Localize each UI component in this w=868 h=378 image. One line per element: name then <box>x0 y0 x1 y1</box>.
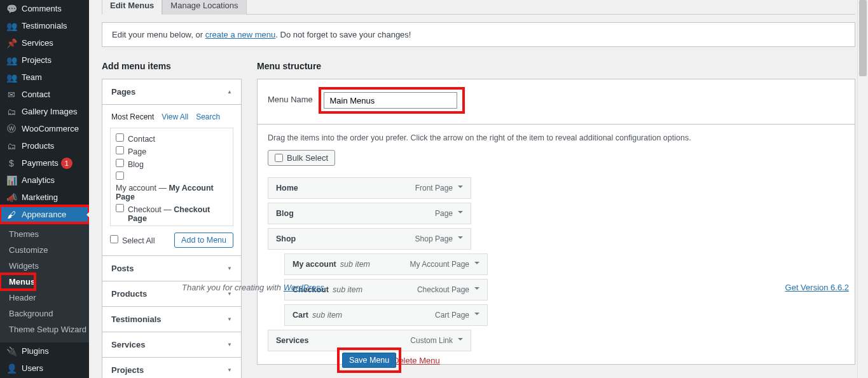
chevron-down-icon[interactable] <box>458 236 463 241</box>
sidebar-subitem-menus[interactable]: Menus <box>0 274 35 290</box>
scrollbar-thumb[interactable] <box>859 0 867 76</box>
page-checkbox[interactable] <box>116 133 124 142</box>
sidebar-item-comments[interactable]: 💬Comments <box>0 0 89 17</box>
sidebar-item-payments[interactable]: $Payments1 <box>0 154 89 172</box>
metabox-title: Products <box>111 289 147 299</box>
tab-edit-menus[interactable]: Edit Menus <box>102 0 162 15</box>
menu-name-input[interactable] <box>324 92 457 109</box>
pages-tab-recent[interactable]: Most Recent <box>111 112 154 121</box>
sidebar-subitem-header[interactable]: Header <box>0 290 89 306</box>
sidebar-item-projects[interactable]: 👥Projects <box>0 51 89 69</box>
sidebar-subitem-theme-setup-wizard[interactable]: Theme Setup Wizard <box>0 321 89 337</box>
page-label: Blog <box>128 160 144 169</box>
select-all-checkbox[interactable] <box>110 235 118 243</box>
add-to-menu-button[interactable]: Add to Menu <box>174 233 233 248</box>
page-row[interactable]: Page <box>116 145 228 158</box>
bulk-select-row[interactable]: Bulk Select <box>268 150 335 166</box>
menu-structure-body: Drag the items into the order you prefer… <box>258 124 855 364</box>
payments-icon: $ <box>5 158 18 168</box>
save-menu-button[interactable]: Save Menu <box>342 353 396 368</box>
footer-wordpress-link[interactable]: WordPress <box>284 283 324 292</box>
tab-manage-locations[interactable]: Manage Locations <box>162 0 246 15</box>
footer-thanks: Thank you for creating with WordPress. <box>182 283 327 292</box>
main-scrollbar[interactable] <box>857 0 868 378</box>
menu-item[interactable]: My account sub itemMy Account Page <box>284 253 488 275</box>
bulk-select-checkbox[interactable] <box>275 154 283 162</box>
menu-item-right: Cart Page <box>435 311 479 320</box>
testimonials-metabox-header[interactable]: Testimonials▼ <box>102 307 241 332</box>
chevron-down-icon[interactable] <box>458 211 463 216</box>
version-link[interactable]: Get Version 6.6.2 <box>785 283 849 292</box>
projects-metabox-header[interactable]: Projects▼ <box>102 358 241 378</box>
page-label: My account — My Account Page <box>116 184 228 201</box>
page-row[interactable]: My account — My Account Page <box>116 170 228 203</box>
menu-item[interactable]: Cart sub itemCart Page <box>284 304 488 326</box>
menu-item-title: My account <box>293 260 336 269</box>
sidebar-item-contact[interactable]: ✉Contact <box>0 86 89 103</box>
menu-item-left: My account sub item <box>293 260 370 269</box>
sidebar-subitem-customize[interactable]: Customize <box>0 242 89 258</box>
menu-item[interactable]: ShopShop Page <box>268 228 471 250</box>
pages-tab-all[interactable]: View All <box>162 112 188 121</box>
menu-item[interactable]: HomeFront Page <box>268 177 471 199</box>
sidebar-item-users[interactable]: 👤Users <box>0 360 89 377</box>
woocommerce-icon: ⓦ <box>5 123 18 135</box>
menu-item-type: Checkout Page <box>417 285 469 294</box>
sidebar-item-gallery-images[interactable]: 🗂Gallery Images <box>0 103 89 120</box>
sidebar-item-testimonials[interactable]: 👥Testimonials <box>0 17 89 34</box>
page-row[interactable]: Contact <box>116 132 228 145</box>
chevron-down-icon[interactable] <box>474 262 479 267</box>
sidebar-item-label: Gallery Images <box>22 107 77 116</box>
sidebar-item-label: Services <box>22 38 53 48</box>
products-icon: 🗂 <box>5 141 18 151</box>
page-label: Page <box>128 147 146 156</box>
menu-name-row: Menu Name <box>258 79 855 124</box>
sidebar-item-plugins[interactable]: 🔌Plugins <box>0 342 89 360</box>
create-new-menu-link[interactable]: create a new menu <box>205 30 276 39</box>
metabox-title: Projects <box>111 365 144 375</box>
sidebar-item-woocommerce[interactable]: ⓦWooCommerce <box>0 120 89 137</box>
pages-tab-search[interactable]: Search <box>196 112 220 121</box>
sidebar-item-team[interactable]: 👥Team <box>0 69 89 86</box>
triangle-down-icon: ▼ <box>227 266 232 271</box>
sidebar-item-label: Team <box>22 72 42 82</box>
triangle-up-icon: ▲ <box>227 89 232 95</box>
footer-thanks-prefix: Thank you for creating with <box>182 283 284 292</box>
sidebar-subitem-widgets[interactable]: Widgets <box>0 258 89 274</box>
services-icon: 📌 <box>5 38 18 48</box>
chevron-down-icon[interactable] <box>458 186 463 191</box>
select-all-row[interactable]: Select All <box>110 234 155 246</box>
sidebar-item-label: Payments <box>22 158 59 168</box>
page-checkbox[interactable] <box>116 146 124 154</box>
sidebar-item-marketing[interactable]: 📣Marketing <box>0 189 89 206</box>
sidebar-item-label: Analytics <box>22 175 55 185</box>
menu-name-highlight <box>319 87 465 114</box>
metabox-title: Services <box>111 340 146 349</box>
edit-notice: Edit your menu below, or create a new me… <box>102 22 855 47</box>
sidebar-item-analytics[interactable]: 📊Analytics <box>0 172 89 189</box>
pages-metabox-header[interactable]: Pages ▲ <box>102 79 241 105</box>
menu-item-type: Page <box>435 209 453 218</box>
page-label: Checkout — Checkout Page <box>128 205 228 223</box>
page-checkbox[interactable] <box>116 159 124 167</box>
chevron-down-icon[interactable] <box>474 287 479 292</box>
posts-metabox-header[interactable]: Posts▼ <box>102 256 241 281</box>
sidebar-subitem-themes[interactable]: Themes <box>0 226 89 242</box>
page-row[interactable]: Blog <box>116 158 228 170</box>
chevron-down-icon[interactable] <box>458 338 463 343</box>
chevron-down-icon[interactable] <box>474 313 479 318</box>
sidebar-item-services[interactable]: 📌Services <box>0 34 89 51</box>
sidebar-item-appearance[interactable]: 🖌Appearance <box>0 206 89 223</box>
menu-item[interactable]: BlogPage <box>268 203 471 224</box>
page-checkbox[interactable] <box>116 172 124 180</box>
services-metabox-header[interactable]: Services▼ <box>102 332 241 357</box>
pages-scroll-list[interactable]: ContactPageBlogMy account — My Account P… <box>110 128 233 226</box>
sidebar-item-products[interactable]: 🗂Products <box>0 137 89 154</box>
page-checkbox[interactable] <box>116 204 124 212</box>
sidebar-item-label: Testimonials <box>22 21 67 30</box>
save-menu-highlight: Save Menu <box>337 348 401 373</box>
sidebar-subitem-background[interactable]: Background <box>0 306 89 321</box>
active-arrow-icon <box>83 211 89 219</box>
analytics-icon: 📊 <box>5 175 18 186</box>
page-row[interactable]: Checkout — Checkout Page <box>116 203 228 224</box>
